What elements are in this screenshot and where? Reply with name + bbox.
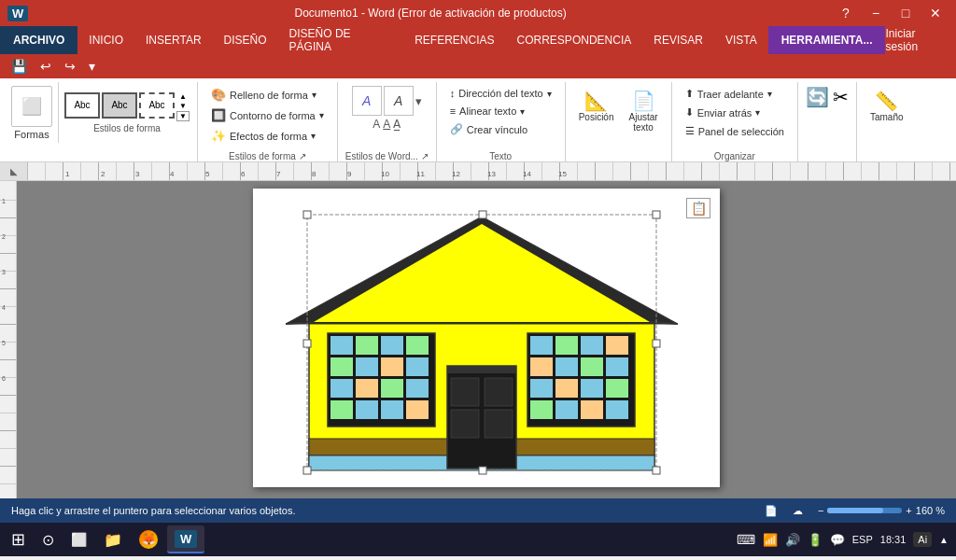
wordart-style-1[interactable]: A <box>352 86 382 116</box>
effects-button[interactable]: ✨ Efectos de forma ▾ <box>205 127 330 145</box>
battery-icon[interactable]: 🔋 <box>808 533 822 547</box>
zoom-out-button[interactable]: − <box>818 505 823 516</box>
svg-rect-17 <box>330 379 353 398</box>
document-page: 📋 <box>253 189 720 487</box>
send-backward-button[interactable]: ⬇ Enviar atrás ▾ <box>680 105 790 120</box>
svg-rect-14 <box>356 357 378 376</box>
tab-revisar[interactable]: REVISAR <box>642 26 714 54</box>
text-group-label: Texto <box>489 151 512 161</box>
svg-rect-36 <box>530 357 553 376</box>
status-bar: Haga clic y arrastre el puntero para sel… <box>0 498 956 523</box>
align-text-button[interactable]: ≡ Alinear texto ▾ <box>444 104 557 119</box>
language-indicator[interactable]: ESP <box>852 534 873 545</box>
tab-diseno[interactable]: DISEÑO <box>213 26 278 54</box>
help-button[interactable]: ? <box>833 0 859 26</box>
svg-rect-24 <box>406 400 429 419</box>
tab-insertar[interactable]: INSERTAR <box>134 26 213 54</box>
estilos-forma-label: Estilos de forma <box>64 123 190 133</box>
outline-button[interactable]: 🔲 Contorno de forma ▾ <box>205 106 330 124</box>
svg-rect-13 <box>330 357 353 376</box>
svg-rect-12 <box>406 336 429 355</box>
qat-more-button[interactable]: ▾ <box>85 57 99 76</box>
svg-rect-15 <box>381 357 403 376</box>
formas-label[interactable]: Formas <box>11 129 52 140</box>
crop-button[interactable]: ✂ <box>833 86 849 108</box>
status-right: 📄 ☁ − + 160 % <box>765 505 945 517</box>
ribbon-group-wordart: A A ▾ A A A̲ Estilos de Word... ↗ <box>338 82 437 161</box>
shape-style-2[interactable]: Abc <box>102 92 137 119</box>
vertical-ruler: 1 2 3 4 5 6 <box>0 181 17 498</box>
wordart-style-2[interactable]: A <box>384 86 414 116</box>
zoom-controls: − + 160 % <box>818 505 945 516</box>
zoom-in-button[interactable]: + <box>906 505 911 516</box>
tab-diseno-pagina[interactable]: DISEÑO DE PÁGINA <box>278 26 404 54</box>
shapes-scroll[interactable]: ▲ ▼ ▼ <box>176 92 190 121</box>
ribbon-group-text: ↕ Dirección del texto ▾ ≡ Alinear texto … <box>437 82 566 161</box>
shape-style-1[interactable]: Abc <box>64 92 100 119</box>
wrap-text-button[interactable]: 📄 Ajustartexto <box>624 86 664 136</box>
tab-inicio[interactable]: INICIO <box>77 26 134 54</box>
undo-button[interactable]: ↩ <box>36 57 55 76</box>
bring-forward-button[interactable]: ⬆ Traer adelante ▾ <box>680 86 790 102</box>
layout-options-button[interactable]: 📋 <box>686 198 710 218</box>
create-link-button[interactable]: 🔗 Crear vínculo <box>444 121 557 137</box>
archivo-menu[interactable]: ARCHIVO <box>0 26 77 54</box>
task-view-button[interactable]: ⬜ <box>63 525 94 553</box>
svg-rect-56 <box>653 467 660 474</box>
minimize-button[interactable]: − <box>863 0 889 26</box>
save-button[interactable]: 💾 <box>7 57 31 76</box>
svg-rect-19 <box>381 379 403 398</box>
ruler-content: 1 2 3 4 5 6 7 8 9 10 11 12 13 14 15 <box>28 162 956 180</box>
close-button[interactable]: ✕ <box>922 0 949 26</box>
rotate-button[interactable]: 🔄 <box>806 86 829 108</box>
tab-referencias[interactable]: REFERENCIAS <box>403 26 505 54</box>
zoom-slider[interactable] <box>827 508 902 513</box>
maximize-button[interactable]: □ <box>893 0 919 26</box>
page-area: 📋 <box>17 181 956 498</box>
svg-rect-28 <box>485 378 513 406</box>
word-taskbar-button[interactable]: W <box>167 525 204 553</box>
position-button[interactable]: 📐 Posición <box>573 86 620 136</box>
fill-button[interactable]: 🎨 Relleno de forma ▾ <box>205 86 330 104</box>
svg-rect-54 <box>303 467 311 474</box>
start-button[interactable]: ⊞ <box>4 525 33 553</box>
redo-button[interactable]: ↪ <box>61 57 79 76</box>
svg-rect-30 <box>485 410 513 438</box>
svg-rect-55 <box>479 467 486 474</box>
svg-rect-27 <box>451 378 479 406</box>
house-drawing <box>253 189 720 487</box>
shape-style-3[interactable]: Abc <box>139 92 175 119</box>
document-area: 1 2 3 4 5 6 <box>0 181 956 498</box>
window-controls: ? − □ ✕ <box>833 0 949 26</box>
ribbon-group-fill: 🎨 Relleno de forma ▾ 🔲 Contorno de forma… <box>198 82 338 161</box>
text-direction-button[interactable]: ↕ Dirección del texto ▾ <box>444 86 557 101</box>
ribbon: ⬜ Formas Abc Abc Abc ▲ ▼ ▼ Est <box>0 78 956 162</box>
tab-correspondencia[interactable]: CORRESPONDENCIA <box>506 26 643 54</box>
ai-text[interactable]: Ai <box>913 532 932 547</box>
svg-rect-41 <box>555 379 578 398</box>
wordart-scroll[interactable]: ▾ <box>415 94 422 108</box>
svg-rect-35 <box>606 336 628 355</box>
cloud-icon[interactable]: ☁ <box>793 505 803 517</box>
wifi-icon[interactable]: 📶 <box>763 533 778 547</box>
search-button[interactable]: ⊙ <box>35 525 62 553</box>
ribbon-group-formas: ⬜ Formas Abc Abc Abc ▲ ▼ ▼ Est <box>4 82 198 161</box>
quick-access-toolbar: 💾 ↩ ↪ ▾ <box>0 54 956 78</box>
keyboard-icon[interactable]: ⌨ <box>737 532 755 547</box>
size-button[interactable]: 📏 Tamaño <box>865 86 909 126</box>
sound-icon[interactable]: 🔊 <box>785 533 800 547</box>
page-count-icon[interactable]: 📄 <box>765 505 778 517</box>
ribbon-group-size: 📏 Tamaño <box>857 82 917 161</box>
signin-button[interactable]: Iniciar sesión <box>885 26 956 54</box>
tab-formato[interactable]: HERRAMIENTA... <box>768 26 886 54</box>
tab-vista[interactable]: VISTA <box>714 26 768 54</box>
svg-rect-46 <box>581 400 603 419</box>
explorer-button[interactable]: 📁 <box>96 525 130 553</box>
svg-rect-26 <box>447 366 516 373</box>
selection-pane-button[interactable]: ☰ Panel de selección <box>680 123 790 139</box>
chevron-up-icon[interactable]: ▲ <box>939 535 949 545</box>
firefox-button[interactable]: 🦊 <box>132 525 165 553</box>
forms-big-button[interactable]: ⬜ <box>11 86 52 127</box>
svg-rect-21 <box>330 400 353 419</box>
notification-icon[interactable]: 💬 <box>830 533 845 547</box>
